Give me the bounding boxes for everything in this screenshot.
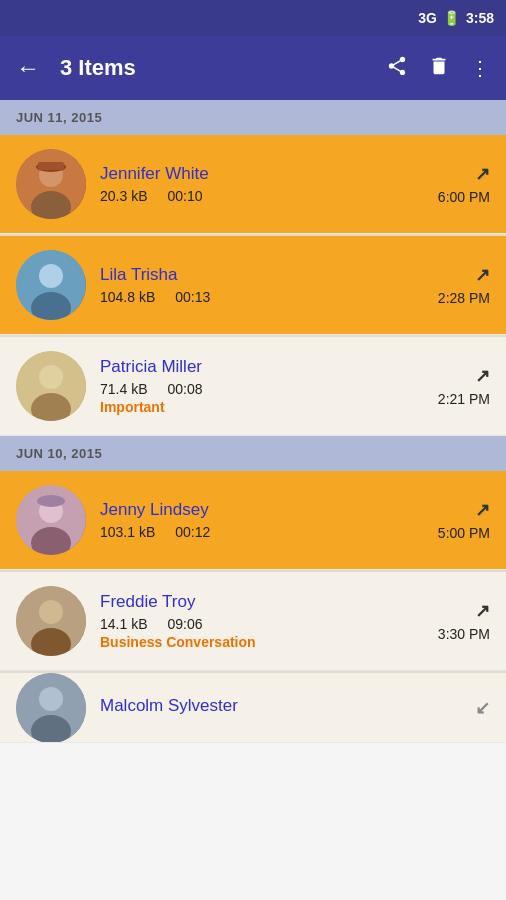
status-bar: 3G 🔋 3:58	[0, 0, 506, 36]
avatar	[16, 673, 86, 743]
avatar	[16, 586, 86, 656]
contact-right: ↗ 6:00 PM	[438, 163, 490, 205]
contact-meta: 20.3 kB 00:10	[100, 188, 424, 204]
toolbar-actions: ⋮	[386, 55, 490, 82]
signal-indicator: 3G	[418, 10, 437, 26]
status-icons: 3G 🔋 3:58	[418, 10, 494, 26]
battery-icon: 🔋	[443, 10, 460, 26]
contact-name: Malcolm Sylvester	[100, 696, 461, 716]
contact-right: ↙	[475, 697, 490, 719]
avatar	[16, 149, 86, 219]
contact-item[interactable]: Lila Trisha 104.8 kB 00:13 ↗ 2:28 PM	[0, 236, 506, 335]
contact-duration: 09:06	[167, 616, 202, 632]
incoming-arrow-icon: ↙	[475, 697, 490, 719]
contact-info: Jennifer White 20.3 kB 00:10	[100, 164, 424, 204]
contact-size: 104.8 kB	[100, 289, 155, 305]
contact-tag: Business Conversation	[100, 634, 424, 650]
contact-time: 5:00 PM	[438, 525, 490, 541]
contact-info: Malcolm Sylvester	[100, 696, 461, 720]
outgoing-arrow-icon: ↗	[475, 600, 490, 622]
toolbar-title: 3 Items	[60, 55, 374, 81]
delete-icon[interactable]	[428, 55, 450, 82]
contact-info: Patricia Miller 71.4 kB 00:08 Important	[100, 357, 424, 415]
contact-size: 71.4 kB	[100, 381, 147, 397]
contact-name: Jenny Lindsey	[100, 500, 424, 520]
contact-item[interactable]: Patricia Miller 71.4 kB 00:08 Important …	[0, 337, 506, 436]
svg-rect-4	[38, 162, 64, 170]
contact-item[interactable]: Malcolm Sylvester ↙	[0, 673, 506, 743]
contact-duration: 00:12	[175, 524, 210, 540]
contact-name: Lila Trisha	[100, 265, 424, 285]
contact-info: Jenny Lindsey 103.1 kB 00:12	[100, 500, 424, 540]
contact-name: Jennifer White	[100, 164, 424, 184]
contact-right: ↗ 3:30 PM	[438, 600, 490, 642]
contact-size: 20.3 kB	[100, 188, 147, 204]
contact-time: 2:28 PM	[438, 290, 490, 306]
contact-meta: 104.8 kB 00:13	[100, 289, 424, 305]
outgoing-arrow-icon: ↗	[475, 499, 490, 521]
avatar	[16, 485, 86, 555]
contact-right: ↗ 2:28 PM	[438, 264, 490, 306]
svg-point-6	[39, 264, 63, 288]
outgoing-arrow-icon: ↗	[475, 163, 490, 185]
svg-point-19	[39, 687, 63, 711]
clock: 3:58	[466, 10, 494, 26]
date-header-jun11: JUN 11, 2015	[0, 100, 506, 135]
share-icon[interactable]	[386, 55, 408, 82]
more-options-icon[interactable]: ⋮	[470, 56, 490, 80]
avatar	[16, 351, 86, 421]
contact-duration: 00:10	[167, 188, 202, 204]
contact-time: 3:30 PM	[438, 626, 490, 642]
contact-right: ↗ 2:21 PM	[438, 365, 490, 407]
contact-name: Patricia Miller	[100, 357, 424, 377]
back-button[interactable]: ←	[16, 54, 40, 82]
contact-info: Lila Trisha 104.8 kB 00:13	[100, 265, 424, 305]
outgoing-arrow-icon: ↗	[475, 264, 490, 286]
contact-tag: Important	[100, 399, 424, 415]
outgoing-arrow-icon: ↗	[475, 365, 490, 387]
svg-point-16	[39, 600, 63, 624]
contact-item[interactable]: Jennifer White 20.3 kB 00:10 ↗ 6:00 PM	[0, 135, 506, 234]
contact-item[interactable]: Freddie Troy 14.1 kB 09:06 Business Conv…	[0, 572, 506, 671]
contact-duration: 00:13	[175, 289, 210, 305]
contact-time: 6:00 PM	[438, 189, 490, 205]
contact-name: Freddie Troy	[100, 592, 424, 612]
contact-item[interactable]: Jenny Lindsey 103.1 kB 00:12 ↗ 5:00 PM	[0, 471, 506, 570]
contact-meta: 14.1 kB 09:06	[100, 616, 424, 632]
date-header-jun10: JUN 10, 2015	[0, 436, 506, 471]
contact-info: Freddie Troy 14.1 kB 09:06 Business Conv…	[100, 592, 424, 650]
contact-meta: 103.1 kB 00:12	[100, 524, 424, 540]
contact-right: ↗ 5:00 PM	[438, 499, 490, 541]
avatar	[16, 250, 86, 320]
contact-time: 2:21 PM	[438, 391, 490, 407]
contact-size: 103.1 kB	[100, 524, 155, 540]
toolbar: ← 3 Items ⋮	[0, 36, 506, 100]
svg-point-14	[37, 495, 65, 507]
contact-duration: 00:08	[167, 381, 202, 397]
contact-meta: 71.4 kB 00:08	[100, 381, 424, 397]
contact-size: 14.1 kB	[100, 616, 147, 632]
svg-point-9	[39, 365, 63, 389]
